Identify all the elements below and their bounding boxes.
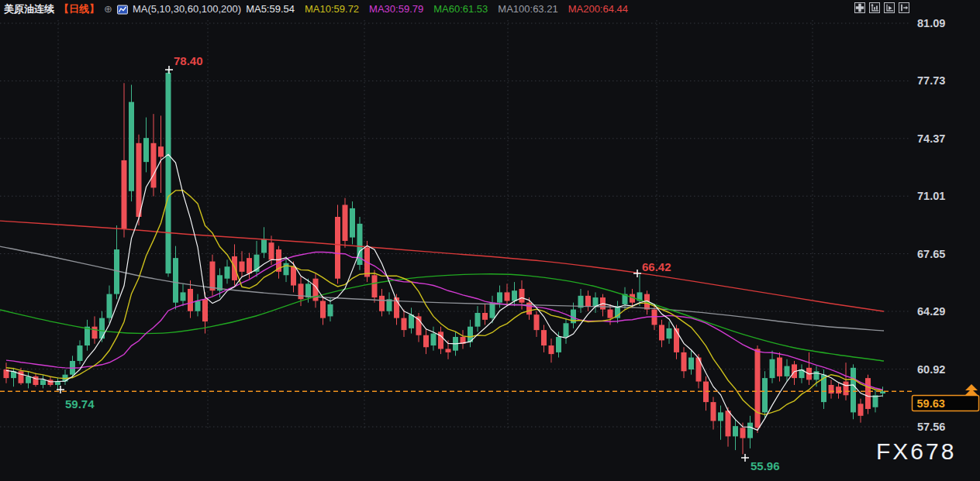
candle[interactable] bbox=[416, 313, 422, 342]
candle[interactable] bbox=[409, 307, 414, 333]
axis-scale-up-icon[interactable] bbox=[869, 2, 880, 13]
candle[interactable] bbox=[578, 289, 584, 313]
candle[interactable] bbox=[718, 406, 723, 440]
candle[interactable] bbox=[615, 301, 620, 323]
add-indicator-icon[interactable]: ⊕ bbox=[104, 2, 112, 16]
candle[interactable] bbox=[379, 289, 385, 316]
candle[interactable] bbox=[755, 345, 761, 433]
candle[interactable] bbox=[402, 310, 407, 337]
candle[interactable] bbox=[703, 376, 709, 411]
candle[interactable] bbox=[158, 115, 164, 193]
candle[interactable] bbox=[733, 419, 738, 450]
candle[interactable] bbox=[534, 311, 540, 337]
candle[interactable] bbox=[129, 84, 134, 201]
candle[interactable] bbox=[482, 304, 488, 325]
ma-legend: MA5:59.54MA10:59.72MA30:59.79MA60:61.53M… bbox=[246, 2, 638, 16]
candle[interactable] bbox=[225, 259, 230, 283]
candle[interactable] bbox=[762, 371, 768, 417]
candle[interactable] bbox=[777, 352, 782, 382]
axis-play-icon[interactable] bbox=[884, 2, 895, 13]
candle[interactable] bbox=[593, 292, 599, 313]
chart-header: 美原油连续 【日线】 ⊕ MA(5,10,30,60,100,200) MA5:… bbox=[4, 2, 638, 16]
candle[interactable] bbox=[431, 327, 437, 351]
y-axis-tick: 64.29 bbox=[917, 305, 945, 318]
candle[interactable] bbox=[63, 369, 68, 385]
candle[interactable] bbox=[438, 327, 443, 354]
ma-value: MA100:63.21 bbox=[498, 3, 557, 15]
candle[interactable] bbox=[78, 340, 83, 364]
candle[interactable] bbox=[674, 325, 679, 359]
candle[interactable] bbox=[210, 255, 216, 296]
candle[interactable] bbox=[4, 362, 9, 383]
candle[interactable] bbox=[865, 375, 871, 414]
candle[interactable] bbox=[799, 364, 805, 383]
y-axis-tick: 77.73 bbox=[917, 74, 945, 87]
y-axis-tick: 67.65 bbox=[917, 248, 945, 260]
candle[interactable] bbox=[475, 306, 481, 332]
candle[interactable] bbox=[549, 338, 554, 362]
candle[interactable] bbox=[151, 114, 157, 196]
candle[interactable] bbox=[740, 423, 746, 455]
candle[interactable] bbox=[423, 328, 429, 354]
candle[interactable] bbox=[26, 371, 31, 388]
candle[interactable] bbox=[261, 227, 267, 258]
candlestick-chart[interactable]: 59.6381.0977.7374.3771.0167.6564.2960.92… bbox=[0, 0, 980, 481]
candle[interactable] bbox=[181, 283, 186, 306]
period-label[interactable]: 【日线】 bbox=[59, 2, 99, 16]
candle[interactable] bbox=[873, 390, 878, 413]
candle[interactable] bbox=[372, 270, 378, 303]
candle[interactable] bbox=[143, 118, 149, 173]
candle[interactable] bbox=[40, 375, 46, 389]
candle[interactable] bbox=[564, 318, 569, 344]
candle[interactable] bbox=[806, 352, 812, 385]
chart-type-icon[interactable] bbox=[117, 5, 128, 15]
candle[interactable] bbox=[585, 290, 591, 311]
candle[interactable] bbox=[195, 294, 201, 317]
candle[interactable] bbox=[343, 198, 348, 248]
candle[interactable] bbox=[844, 362, 849, 400]
candle[interactable] bbox=[11, 368, 16, 387]
candle[interactable] bbox=[166, 70, 171, 277]
candle[interactable] bbox=[696, 354, 702, 388]
candle[interactable] bbox=[600, 294, 606, 317]
candle[interactable] bbox=[114, 225, 119, 299]
candle[interactable] bbox=[85, 320, 90, 351]
candle[interactable] bbox=[33, 373, 39, 387]
candle[interactable] bbox=[461, 330, 466, 349]
candle[interactable] bbox=[637, 275, 643, 306]
candle[interactable] bbox=[541, 325, 547, 352]
candle[interactable] bbox=[122, 83, 127, 237]
candle[interactable] bbox=[667, 321, 672, 344]
candle[interactable] bbox=[623, 287, 628, 310]
candle[interactable] bbox=[747, 416, 753, 448]
candle[interactable] bbox=[320, 296, 326, 325]
swing-price-label: 78.40 bbox=[174, 54, 203, 67]
candle[interactable] bbox=[350, 201, 355, 244]
candle[interactable] bbox=[792, 361, 797, 385]
candle[interactable] bbox=[387, 292, 392, 314]
candle[interactable] bbox=[659, 320, 664, 347]
y-axis-tick: 81.09 bbox=[917, 17, 945, 29]
candle[interactable] bbox=[394, 294, 399, 325]
candle[interactable] bbox=[858, 399, 864, 423]
candle[interactable] bbox=[357, 217, 363, 270]
candle[interactable] bbox=[313, 273, 319, 307]
candle[interactable] bbox=[254, 241, 260, 277]
candle[interactable] bbox=[505, 283, 510, 306]
ma-value: MA30:59.79 bbox=[369, 3, 423, 15]
candle[interactable] bbox=[188, 280, 193, 318]
candle[interactable] bbox=[711, 397, 716, 429]
candle[interactable] bbox=[107, 286, 112, 324]
candle[interactable] bbox=[770, 351, 775, 383]
candle[interactable] bbox=[829, 380, 834, 398]
shift-right-icon[interactable] bbox=[899, 2, 909, 13]
candle[interactable] bbox=[682, 347, 687, 378]
candle[interactable] bbox=[173, 246, 178, 310]
candle[interactable] bbox=[55, 378, 60, 390]
candle[interactable] bbox=[688, 351, 694, 375]
candle[interactable] bbox=[240, 251, 245, 277]
pan-move-icon[interactable] bbox=[854, 2, 865, 13]
candle[interactable] bbox=[468, 320, 473, 347]
candle[interactable] bbox=[232, 244, 237, 285]
candles-layer bbox=[4, 70, 886, 455]
